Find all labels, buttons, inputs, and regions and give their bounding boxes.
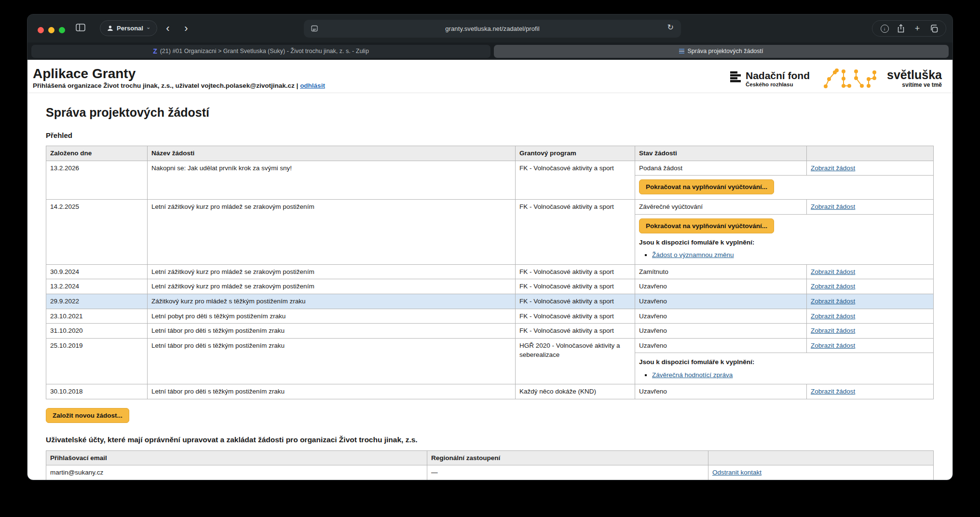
svetluska-logo: světluška svítíme ve tmě (822, 68, 942, 90)
grant-name: Zážitkový kurz pro mládež s těžkým posti… (148, 294, 516, 309)
view-request-link[interactable]: Zobrazit žádost (811, 313, 855, 320)
grant-program: FK - Volnočasové aktivity a sport (516, 200, 635, 265)
view-request-link[interactable]: Zobrazit žádost (811, 342, 855, 349)
grant-status: Zamítnuto (635, 265, 807, 279)
grant-row: 29.9.2022Zážitkový kurz pro mládež s těž… (46, 294, 934, 309)
site-header: Aplikace Granty Přihlášená organizace Ži… (27, 60, 953, 93)
column-header-group: Stav žádosti (635, 146, 934, 161)
grant-status-cell: UzavřenoZobrazit žádost (635, 309, 934, 324)
browser-window: Personal ⌄ ‹ › granty.svetluska.net/zada… (27, 14, 953, 480)
view-request-link[interactable]: Zobrazit žádost (811, 283, 855, 290)
accounts-header-row: Přihlašovací emailRegionální zastoupení (46, 450, 934, 465)
grant-row: 13.2.2026Nakopni se: Jak udělat prvník k… (46, 161, 934, 200)
grant-row: 14.2.2025Letní zážitkový kurz pro mládež… (46, 200, 934, 265)
column-header: Přihlašovací email (46, 450, 427, 465)
view-request-link[interactable]: Zobrazit žádost (811, 298, 855, 305)
firefly-constellation-icon (822, 68, 880, 90)
page-title: Správa projektových žádostí (46, 106, 933, 120)
forward-button[interactable]: › (177, 20, 195, 36)
tab-overview-button[interactable] (926, 22, 941, 35)
grants-header-row: Založeno dneNázev žádostiGrantový progra… (46, 146, 934, 161)
grant-extras: Pokračovat na vyplňování vyúčtování...Js… (635, 214, 933, 264)
close-window-button[interactable] (38, 27, 44, 33)
grant-name: Letní zážitkový kurz pro mládež se zrako… (148, 200, 516, 265)
person-icon (107, 25, 114, 32)
grant-name: Nakopni se: Jak udělat prvník krok za sv… (148, 161, 516, 200)
grant-name: Letní tábor pro děti s těžkým postižením… (148, 338, 516, 384)
tab-sprava-zadosti[interactable]: Správa projektových žádostí (494, 45, 949, 58)
grant-date: 14.2.2025 (46, 200, 148, 265)
share-button[interactable] (894, 22, 908, 35)
grant-date: 29.9.2022 (46, 294, 148, 309)
logos: Nadační fond Českého rozhlasu (730, 68, 942, 90)
grant-status: Uzavřeno (635, 324, 807, 338)
sv-subtitle: svítíme ve tmě (887, 82, 942, 88)
view-request-link[interactable]: Zobrazit žádost (811, 327, 855, 334)
grant-row: 30.10.2018Letní tábor pro děti s těžkým … (46, 384, 934, 399)
reload-button[interactable]: ↻ (665, 22, 677, 32)
account-action-cell: Odstranit kontakt (708, 465, 934, 480)
grant-row: 13.2.2024Letní zážitkový kurz pro mládež… (46, 279, 934, 294)
grant-program: Každý něco dokáže (KND) (516, 384, 635, 399)
grant-program: HGŘ 2020 - Volnočasové aktivity a sebere… (516, 338, 635, 384)
page-settings-icon[interactable] (310, 24, 319, 33)
column-header: Grantový program (516, 146, 635, 161)
grant-program: FK - Volnočasové aktivity a sport (516, 279, 635, 294)
web-page: Aplikace Granty Přihlášená organizace Ži… (27, 60, 953, 480)
tab-zulip[interactable]: Z (21) #01 Organizacni > Grant Svetluska… (31, 45, 490, 58)
grant-row: 23.10.2021Letní pobyt pro děti s těžkým … (46, 309, 934, 324)
form-link[interactable]: Závěrečná hodnotící zpráva (652, 371, 733, 379)
tab-label: Správa projektových žádostí (687, 48, 763, 54)
grant-program: FK - Volnočasové aktivity a sport (516, 161, 635, 200)
zoom-window-button[interactable] (59, 27, 65, 33)
grant-status: Závěrečné vyúčtování (635, 200, 807, 214)
minimize-window-button[interactable] (48, 27, 54, 33)
forms-list: Závěrečná hodnotící zpráva (652, 370, 929, 380)
column-header (708, 450, 934, 465)
logout-link[interactable]: odhlásit (300, 82, 325, 89)
zulip-icon: Z (153, 47, 157, 55)
login-status-text: Přihlášená organizace Život trochu jinak… (33, 82, 298, 89)
view-request-link[interactable]: Zobrazit žádost (811, 164, 855, 172)
main-content: Správa projektových žádostí Přehled Zalo… (27, 106, 953, 480)
sidebar-icon (75, 23, 86, 32)
grant-name: Letní tábor pro děti s těžkým postižením… (148, 324, 516, 339)
downloads-button[interactable]: ↓ (877, 22, 892, 35)
grant-date: 13.2.2026 (46, 161, 148, 200)
continue-accounting-button[interactable]: Pokračovat na vyplňování vyúčtování... (639, 179, 774, 194)
view-request-link[interactable]: Zobrazit žádost (811, 388, 855, 395)
forms-available-label: Jsou k dispozici fomuláře k vyplnění: (639, 238, 929, 247)
grant-status-cell: ZamítnutoZobrazit žádost (635, 264, 934, 279)
grant-name: Letní tábor pro děti s těžkým postižením… (148, 384, 516, 399)
browser-titlebar: Personal ⌄ ‹ › granty.svetluska.net/zada… (27, 14, 953, 42)
new-request-button[interactable]: Založit novou žádost... (46, 408, 129, 423)
grant-extras: Pokračovat na vyplňování vyúčtování... (635, 175, 933, 199)
grant-status-cell: UzavřenoZobrazit žádost (635, 279, 934, 294)
sidebar-toggle-button[interactable] (73, 21, 88, 34)
column-header: Název žádosti (148, 146, 516, 161)
back-button[interactable]: ‹ (159, 20, 177, 36)
forms-list-item: Závěrečná hodnotící zpráva (652, 370, 929, 380)
grant-date: 31.10.2020 (46, 324, 148, 339)
share-icon (897, 24, 905, 33)
remove-contact-link[interactable]: Odstranit kontakt (712, 469, 762, 476)
grant-status: Uzavřeno (635, 339, 807, 353)
account-row: martin@sukany.cz—Odstranit kontakt (46, 465, 934, 480)
column-header: Regionální zastoupení (427, 450, 708, 465)
address-bar[interactable]: granty.svetluska.net/zadatel/profil ↻ (304, 20, 681, 38)
forms-list: Žádost o významnou změnu (652, 250, 929, 260)
view-request-link[interactable]: Zobrazit žádost (811, 268, 855, 275)
accounts-table: Přihlašovací emailRegionální zastoupením… (46, 450, 934, 480)
grant-status: Uzavřeno (635, 294, 807, 309)
continue-accounting-button[interactable]: Pokračovat na vyplňování vyúčtování... (639, 218, 774, 233)
grant-status-cell: Podaná žádostZobrazit žádostPokračovat n… (635, 161, 934, 200)
nf-title: Nadační fond (746, 70, 810, 81)
new-tab-button[interactable]: + (910, 22, 925, 35)
grant-status: Uzavřeno (635, 309, 807, 324)
profile-menu-button[interactable]: Personal ⌄ (100, 20, 157, 36)
view-request-link[interactable]: Zobrazit žádost (811, 203, 855, 210)
grant-date: 23.10.2021 (46, 309, 148, 324)
form-link[interactable]: Žádost o významnou změnu (652, 251, 734, 258)
nf-subtitle: Českého rozhlasu (746, 82, 810, 87)
sv-title: světluška (887, 69, 942, 81)
